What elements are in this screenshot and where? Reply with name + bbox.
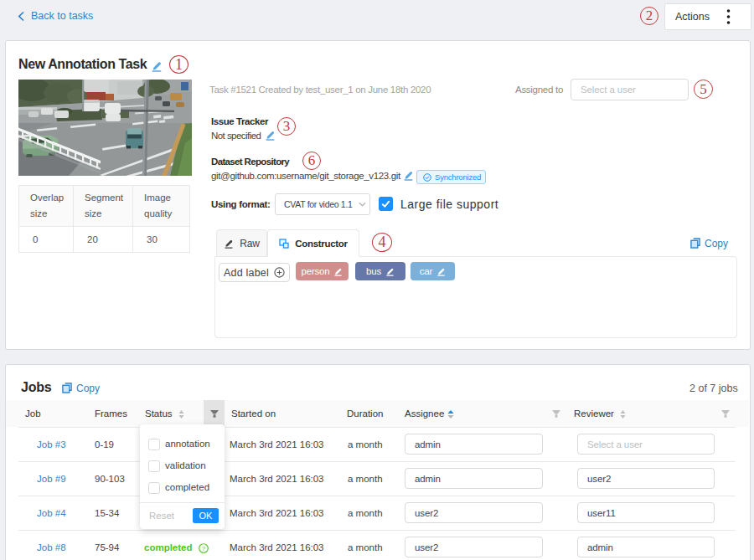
svg-text:?: ? — [202, 545, 205, 552]
